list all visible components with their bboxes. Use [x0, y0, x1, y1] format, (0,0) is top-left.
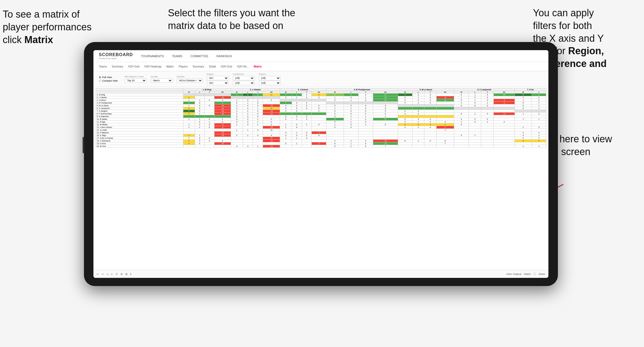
cell-r9-g3-c2: 0	[358, 118, 373, 121]
toolbar-zoom-plus[interactable]: ⊞	[125, 273, 128, 275]
cell-r5-g6-c1: 1	[532, 107, 546, 110]
cell-r12-g3-c2	[358, 126, 373, 129]
cell-r3-g1-c3	[263, 102, 280, 104]
toolbar-share[interactable]: Share	[539, 273, 545, 275]
cell-r10-g1-c2: 1	[253, 121, 263, 123]
cell-r4-g3-c0: 0	[326, 104, 344, 107]
cell-r4-g1-c3: -15	[263, 104, 280, 107]
bottom-toolbar: ↩ ↪ ◁ ▷ ↺ ⊟ ⊞ ℹ View: Original Watch ⛶ S…	[93, 270, 548, 278]
gender-select[interactable]: Men's	[151, 78, 173, 83]
cell-r8-g5-c2	[481, 115, 494, 118]
cell-r16-g5-c3	[494, 137, 515, 140]
cell-r10-g0-c2: 1	[204, 121, 214, 123]
cell-r19-g0-c3	[214, 145, 231, 148]
sub-nav-h2h-heatmap[interactable]: H2H Heatmap	[144, 65, 161, 68]
toolbar-view[interactable]: View: Original	[506, 273, 521, 275]
cell-r18-g0-c0: 2	[183, 142, 195, 145]
cell-r10-g5-c3: 4	[494, 121, 515, 123]
players-select-2[interactable]: (All)	[259, 81, 281, 85]
toolbar-screen[interactable]: ⛶	[534, 273, 536, 275]
cell-r13-g0-c2	[204, 129, 214, 131]
cell-r11-g3-c1: 0	[344, 123, 358, 126]
region-select-1[interactable]: N/A	[207, 76, 229, 80]
cell-r1-g2-c1: 1	[292, 96, 302, 99]
toolbar-refresh[interactable]: ↺	[116, 273, 118, 275]
sub-nav-summary[interactable]: Summary	[112, 65, 123, 68]
cell-r4-g3-c3: 0	[373, 104, 398, 107]
nav-items: TOURNAMENTS TEAMS COMMITTEE RANKINGS	[141, 54, 232, 58]
toolbar-zoom-minus[interactable]: ⊟	[121, 273, 123, 275]
sub-nav-teams[interactable]: Teams	[99, 65, 107, 68]
toolbar-redo[interactable]: ↪	[102, 273, 104, 275]
toolbar-back[interactable]: ◁	[106, 273, 108, 275]
cell-r8-g3-c2: 1	[358, 115, 373, 118]
cell-r15-g6-c1: 1	[532, 134, 546, 137]
conference-select-1[interactable]: (All)	[233, 76, 255, 80]
toolbar-undo[interactable]: ↩	[97, 273, 99, 275]
cell-r8-g2-c0: 0	[280, 115, 292, 118]
cell-r18-g1-c1	[243, 142, 253, 145]
cell-r5-g2-c3: 0	[312, 107, 326, 110]
cell-r14-g5-c0	[454, 131, 469, 134]
cell-r5-g0-c3: -16	[214, 107, 231, 110]
cell-r8-g1-c2: 0	[253, 115, 263, 118]
nav-item-committee[interactable]: COMMITTEE	[190, 54, 208, 58]
toolbar-watch[interactable]: Watch	[524, 273, 531, 275]
cell-r18-g5-c3	[494, 142, 515, 145]
cell-r10-g1-c0: 0	[231, 121, 243, 123]
cell-r12-g0-c0: 1	[183, 126, 195, 129]
max-players-select[interactable]: Top 25	[125, 78, 147, 83]
table-row: 14. J Lundin11010-7	[96, 129, 546, 131]
cell-r12-g2-c1: 0	[292, 126, 302, 129]
sub-nav-summary2[interactable]: Summary	[193, 65, 204, 68]
cell-r5-g6-c0: 0	[515, 107, 532, 110]
cell-r5-g3-c2: 0	[358, 107, 373, 110]
nav-item-teams[interactable]: TEAMS	[172, 54, 182, 58]
nav-item-tournaments[interactable]: TOURNAMENTS	[141, 54, 164, 58]
cell-r3-g4-c1: 1	[412, 102, 424, 104]
cell-r15-g1-c3: 4	[263, 134, 280, 137]
sub-nav-h2h-grid2[interactable]: H2H Grid	[221, 65, 232, 68]
sub-nav-h2h-he[interactable]: H2H He...	[237, 65, 249, 68]
region-select-2[interactable]: N/A	[207, 81, 229, 85]
sub-nav-h2h-grid[interactable]: H2H Grid	[128, 65, 139, 68]
cell-r3-g2-c0: 1	[280, 102, 292, 104]
cell-r9-g2-c1: 1	[292, 118, 302, 121]
row-name-2: 3. J Koivun	[96, 99, 183, 102]
cell-r10-g5-c2: 1	[481, 121, 494, 123]
cell-r11-g0-c3: -6	[214, 123, 231, 126]
cell-r10-g2-c2	[302, 121, 312, 123]
cell-r4-g6-c1: 1	[532, 104, 546, 107]
sh-4-t: T	[358, 91, 373, 94]
cell-r4-g1-c1: 0	[243, 104, 253, 107]
cell-r1-g6-c1: 2	[532, 96, 546, 99]
cell-r15-g5-c3	[494, 134, 515, 137]
nav-bar: SCOREBOARD Powered by clippd TOURNAMENTS…	[93, 50, 548, 62]
radio-compact-view[interactable]: Compact View	[99, 79, 118, 82]
cell-r13-g3-c2	[358, 129, 373, 131]
cell-r4-g2-c1: 0	[292, 104, 302, 107]
sh-2-t: T	[253, 91, 263, 94]
cell-r5-g1-c2: 1	[253, 107, 263, 110]
conference-select-2[interactable]: (All)	[233, 81, 255, 85]
cell-r11-g0-c0: 1	[183, 123, 195, 126]
sh-5-w: W	[398, 91, 412, 94]
nav-item-rankings[interactable]: RANKINGS	[216, 54, 232, 58]
cell-r1-g5-c3	[494, 96, 515, 99]
cell-r6-g5-c0	[454, 110, 469, 113]
players-select-1[interactable]: (All)	[259, 76, 281, 80]
toolbar-info[interactable]: ℹ	[130, 273, 131, 275]
cell-r1-g2-c3: 0	[312, 96, 326, 99]
cell-r2-g4-c3: 11	[436, 99, 454, 102]
sub-nav-matrix[interactable]: Matrix	[166, 65, 174, 68]
sh-6-dif: Dif	[494, 91, 515, 94]
cell-r5-g4-c0	[398, 107, 412, 110]
toolbar-forward[interactable]: ▷	[111, 273, 113, 275]
radio-full-view[interactable]: Full View	[99, 76, 118, 79]
sub-nav-matrix2[interactable]: Matrix	[254, 65, 262, 68]
cell-r1-g3-c3: 13	[373, 96, 398, 99]
cell-r5-g1-c0: 2	[231, 107, 243, 110]
sub-nav-players[interactable]: Players	[179, 65, 188, 68]
division-select[interactable]: NCAA Division I	[177, 78, 203, 83]
sub-nav-detail[interactable]: Detail	[209, 65, 216, 68]
